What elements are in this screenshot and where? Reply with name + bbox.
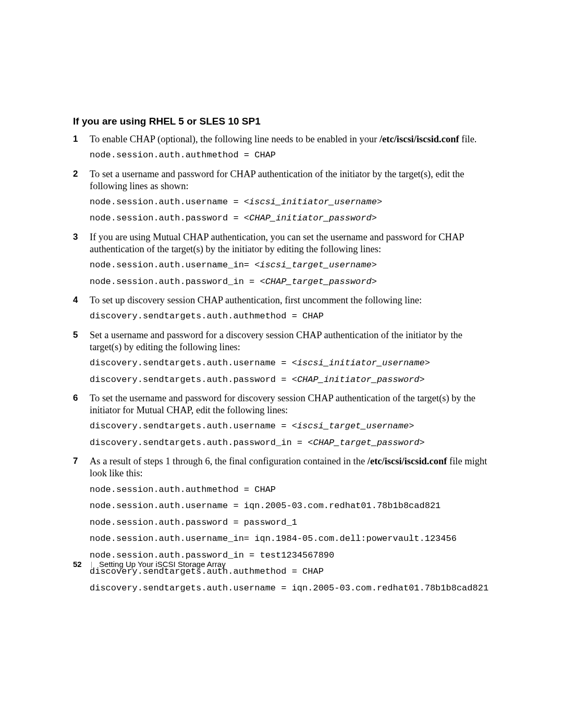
code-tail: > xyxy=(425,358,430,368)
code-line: discovery.sendtargets.auth.password = <C… xyxy=(90,373,490,387)
code-plain: node.session.auth.password = < xyxy=(90,213,249,223)
code-plain: discovery.sendtargets.auth.username = < xyxy=(90,421,297,431)
step-text: As a result of steps 1 through 6, the fi… xyxy=(90,455,490,479)
step-text-before: To set a username and password for CHAP … xyxy=(90,169,464,191)
code-line: node.session.auth.username = iqn.2005-03… xyxy=(90,499,490,513)
code-line: node.session.auth.username_in= <iscsi_ta… xyxy=(90,258,490,272)
step-text-before: If you are using Mutual CHAP authenticat… xyxy=(90,232,464,254)
code-plain: discovery.sendtargets.auth.authmethod = … xyxy=(90,311,324,321)
step-text: To set up discovery session CHAP authent… xyxy=(90,294,490,306)
code-tail: > xyxy=(372,213,377,223)
footer-title: Setting Up Your iSCSI Storage Array xyxy=(99,560,226,569)
code-line: node.session.auth.password = password_1 xyxy=(90,516,490,529)
step-text-before: As a result of steps 1 through 6, the fi… xyxy=(90,456,368,466)
step-item: As a result of steps 1 through 6, the fi… xyxy=(73,455,490,595)
code-plain: discovery.sendtargets.auth.username = iq… xyxy=(90,583,488,593)
step-text: If you are using Mutual CHAP authenticat… xyxy=(90,231,490,255)
code-placeholder: CHAP_initiator_password xyxy=(249,213,372,223)
code-plain: node.session.auth.username = iqn.2005-03… xyxy=(90,501,440,511)
code-plain: node.session.auth.username_in= < xyxy=(90,260,260,270)
code-tail: > xyxy=(420,438,425,448)
code-placeholder: iscsi_initiator_username xyxy=(249,197,377,207)
code-line: node.session.auth.authmethod = CHAP xyxy=(90,149,490,162)
code-plain: node.session.auth.username_in= iqn.1984-… xyxy=(90,534,457,544)
code-plain: node.session.auth.password = password_1 xyxy=(90,517,297,527)
code-line: node.session.auth.password = <CHAP_initi… xyxy=(90,212,490,225)
code-line: discovery.sendtargets.auth.username = <i… xyxy=(90,419,490,433)
code-placeholder: CHAP_target_password xyxy=(313,438,419,448)
step-item: To enable CHAP (optional), the following… xyxy=(73,133,490,162)
step-item: To set up discovery session CHAP authent… xyxy=(73,294,490,323)
section-heading: If you are using RHEL 5 or SLES 10 SP1 xyxy=(73,116,490,127)
code-placeholder: iscsi_target_username xyxy=(260,260,371,270)
code-line: node.session.auth.password_in = <CHAP_ta… xyxy=(90,275,490,289)
code-tail: > xyxy=(409,421,414,431)
code-plain: node.session.auth.password_in = test1234… xyxy=(90,550,334,560)
code-tail: > xyxy=(372,277,377,287)
code-tail: > xyxy=(372,260,377,270)
code-plain: discovery.sendtargets.auth.username = < xyxy=(90,358,297,368)
code-line: discovery.sendtargets.auth.authmethod = … xyxy=(90,310,490,323)
step-item: Set a username and password for a discov… xyxy=(73,329,490,386)
code-placeholder: CHAP_target_password xyxy=(265,277,372,287)
code-tail: > xyxy=(377,197,382,207)
step-text-before: To set up discovery session CHAP authent… xyxy=(90,295,422,305)
code-placeholder: CHAP_initiator_password xyxy=(297,375,420,385)
step-text: To enable CHAP (optional), the following… xyxy=(90,133,490,145)
step-item: To set a username and password for CHAP … xyxy=(73,168,490,225)
code-plain: node.session.auth.password_in = < xyxy=(90,277,265,287)
code-line: discovery.sendtargets.auth.password_in =… xyxy=(90,436,490,450)
code-line: node.session.auth.username_in= iqn.1984-… xyxy=(90,532,490,546)
document-page: If you are using RHEL 5 or SLES 10 SP1 T… xyxy=(0,0,563,595)
code-placeholder: iscsi_initiator_username xyxy=(297,358,425,368)
page-footer: 52 Setting Up Your iSCSI Storage Array xyxy=(73,560,226,569)
code-tail: > xyxy=(420,375,425,385)
code-line: discovery.sendtargets.auth.username = iq… xyxy=(90,582,490,595)
code-placeholder: iscsi_target_username xyxy=(297,421,409,431)
page-number: 52 xyxy=(73,560,82,569)
footer-divider xyxy=(91,562,92,568)
step-item: If you are using Mutual CHAP authenticat… xyxy=(73,231,490,288)
code-plain: node.session.auth.username = < xyxy=(90,197,249,207)
code-line: node.session.auth.username = <iscsi_init… xyxy=(90,195,490,209)
step-list: To enable CHAP (optional), the following… xyxy=(73,133,490,595)
step-text: To set the username and password for dis… xyxy=(90,392,490,416)
code-line: node.session.auth.authmethod = CHAP xyxy=(90,483,490,497)
step-text-before: Set a username and password for a discov… xyxy=(90,330,462,352)
step-text: Set a username and password for a discov… xyxy=(90,329,490,353)
step-text-before: To enable CHAP (optional), the following… xyxy=(90,134,380,144)
step-text-after: file. xyxy=(459,134,477,144)
code-plain: discovery.sendtargets.auth.password_in =… xyxy=(90,438,313,448)
step-text: To set a username and password for CHAP … xyxy=(90,168,490,192)
step-item: To set the username and password for dis… xyxy=(73,392,490,449)
code-plain: node.session.auth.authmethod = CHAP xyxy=(90,485,276,495)
code-line: discovery.sendtargets.auth.username = <i… xyxy=(90,356,490,370)
step-text-before: To set the username and password for dis… xyxy=(90,393,475,415)
file-path: /etc/iscsi/iscsid.conf xyxy=(380,134,459,144)
code-plain: node.session.auth.authmethod = CHAP xyxy=(90,150,276,160)
code-plain: discovery.sendtargets.auth.password = < xyxy=(90,375,297,385)
file-path: /etc/iscsi/iscsid.conf xyxy=(368,456,447,466)
